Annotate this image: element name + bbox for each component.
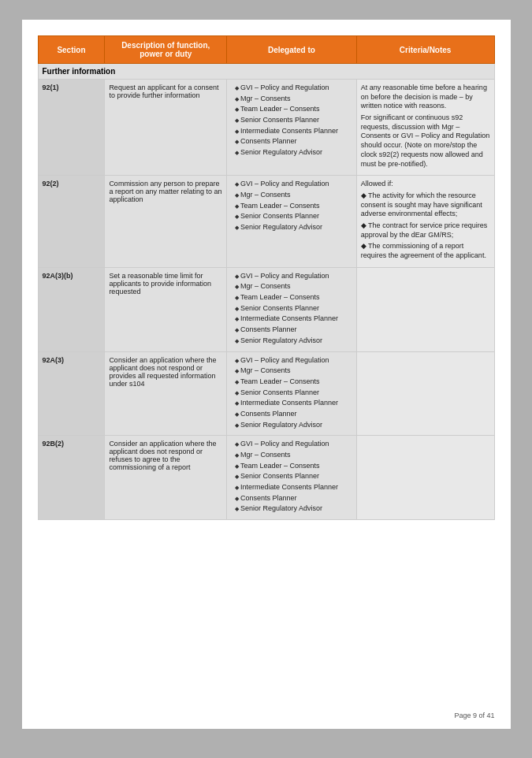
list-item: Team Leader – Consents — [235, 293, 352, 303]
col-header-description: Description of function, power or duty — [105, 36, 227, 64]
description-cell: Set a reasonable time limit for applican… — [105, 267, 227, 351]
delegated-cell: GVI – Policy and RegulationMgr – Consent… — [227, 267, 357, 351]
delegated-cell: GVI – Policy and RegulationMgr – Consent… — [227, 176, 357, 268]
list-item: Intermediate Consents Planner — [235, 314, 352, 324]
criteria-cell: At any reasonable time before a hearing … — [356, 80, 494, 176]
table-row: 92(1)Request an applicant for a consent … — [38, 80, 494, 176]
list-item: Team Leader – Consents — [235, 105, 352, 114]
delegated-cell: GVI – Policy and RegulationMgr – Consent… — [227, 80, 357, 176]
section-cell: 92(1) — [38, 80, 105, 176]
description-cell: Commission any person to prepare a repor… — [105, 176, 227, 268]
list-item: Intermediate Consents Planner — [235, 399, 352, 408]
table-row: 92B(2)Consider an application where the … — [38, 436, 494, 520]
list-item: Consents Planner — [235, 494, 352, 503]
list-item: Senior Regulatory Advisor — [235, 148, 352, 158]
list-item: Intermediate Consents Planner — [235, 127, 352, 136]
list-item: Senior Consents Planner — [235, 472, 352, 481]
list-item: Mgr – Consents — [235, 191, 352, 200]
list-item: Consents Planner — [235, 325, 352, 335]
list-item: GVI – Policy and Regulation — [235, 180, 352, 189]
list-item: Senior Regulatory Advisor — [235, 504, 352, 514]
list-item: Mgr – Consents — [235, 95, 352, 104]
list-item: GVI – Policy and Regulation — [235, 440, 352, 449]
criteria-cell: Allowed if:◆ The activity for which the … — [356, 176, 494, 268]
section-cell: 92A(3)(b) — [38, 267, 105, 351]
delegated-cell: GVI – Policy and RegulationMgr – Consent… — [227, 351, 357, 436]
list-item: GVI – Policy and Regulation — [235, 84, 352, 93]
list-item: Team Leader – Consents — [235, 462, 352, 471]
page: Section Description of function, power o… — [22, 20, 511, 729]
list-item: Senior Consents Planner — [235, 116, 352, 125]
table-row: 92A(3)Consider an application where the … — [38, 351, 494, 436]
list-item: Senior Consents Planner — [235, 388, 352, 398]
further-info-header: Further information — [38, 64, 494, 80]
list-item: Mgr – Consents — [235, 451, 352, 460]
list-item: Mgr – Consents — [235, 282, 352, 292]
list-item: GVI – Policy and Regulation — [235, 356, 352, 366]
list-item: Consents Planner — [235, 410, 352, 419]
criteria-cell — [356, 351, 494, 436]
section-cell: 92A(3) — [38, 351, 105, 436]
section-cell: 92(2) — [38, 176, 105, 268]
list-item: Mgr – Consents — [235, 366, 352, 376]
main-table: Section Description of function, power o… — [38, 35, 495, 520]
list-item: Senior Regulatory Advisor — [235, 223, 352, 232]
list-item: Senior Regulatory Advisor — [235, 421, 352, 430]
list-item: Senior Consents Planner — [235, 304, 352, 314]
description-cell: Request an applicant for a consent to pr… — [105, 80, 227, 176]
list-item: Consents Planner — [235, 137, 352, 147]
page-number: Page 9 of 41 — [454, 712, 494, 719]
list-item: Team Leader – Consents — [235, 202, 352, 211]
col-header-delegated: Delegated to — [227, 36, 357, 64]
section-cell: 92B(2) — [38, 436, 105, 520]
list-item: GVI – Policy and Regulation — [235, 272, 352, 281]
table-row: 92A(3)(b)Set a reasonable time limit for… — [38, 267, 494, 351]
list-item: Senior Consents Planner — [235, 212, 352, 221]
col-header-criteria: Criteria/Notes — [356, 36, 494, 64]
list-item: Senior Regulatory Advisor — [235, 336, 352, 346]
criteria-cell — [356, 436, 494, 520]
description-cell: Consider an application where the applic… — [105, 436, 227, 520]
table-row: 92(2)Commission any person to prepare a … — [38, 176, 494, 268]
list-item: Intermediate Consents Planner — [235, 483, 352, 492]
criteria-cell — [356, 267, 494, 351]
delegated-cell: GVI – Policy and RegulationMgr – Consent… — [227, 436, 357, 520]
description-cell: Consider an application where the applic… — [105, 351, 227, 436]
col-header-section: Section — [38, 36, 105, 64]
list-item: Team Leader – Consents — [235, 377, 352, 387]
